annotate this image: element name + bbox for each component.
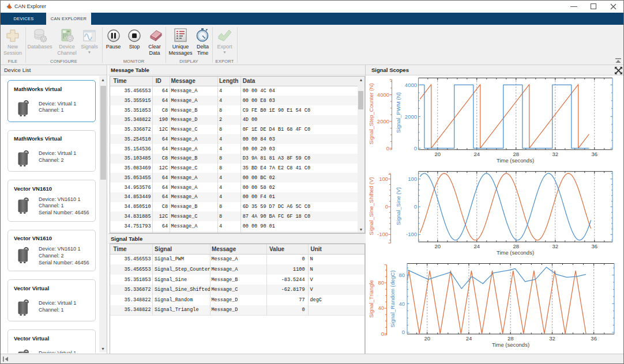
svg-text:24: 24 bbox=[474, 243, 480, 249]
svg-text:32: 32 bbox=[549, 335, 555, 342]
svg-text:Time (seconds): Time (seconds) bbox=[492, 342, 529, 348]
svg-text:40: 40 bbox=[378, 305, 384, 311]
svg-text:-100: -100 bbox=[406, 231, 417, 237]
svg-text:0: 0 bbox=[381, 331, 384, 337]
svg-text:0: 0 bbox=[414, 145, 417, 151]
svg-text:36: 36 bbox=[592, 243, 598, 249]
svg-text:20: 20 bbox=[435, 243, 441, 249]
svg-text:2000: 2000 bbox=[405, 113, 417, 120]
svg-text:-100: -100 bbox=[377, 231, 388, 237]
svg-text:80: 80 bbox=[399, 272, 405, 278]
svg-text:4000: 4000 bbox=[377, 92, 389, 98]
svg-text:28: 28 bbox=[508, 335, 514, 342]
svg-text:24: 24 bbox=[466, 335, 472, 342]
svg-text:0: 0 bbox=[385, 203, 388, 210]
svg-text:Time (seconds): Time (seconds) bbox=[497, 249, 534, 256]
svg-text:Signal_Sine_Shifted (V): Signal_Sine_Shifted (V) bbox=[368, 177, 374, 236]
svg-text:28: 28 bbox=[513, 243, 520, 249]
svg-text:0: 0 bbox=[402, 329, 405, 335]
svg-text:100: 100 bbox=[408, 176, 417, 182]
svg-text:40: 40 bbox=[399, 301, 405, 307]
svg-text:100: 100 bbox=[379, 176, 388, 182]
svg-text:Time (seconds): Time (seconds) bbox=[497, 157, 534, 164]
svg-text:Signal_Triangle: Signal_Triangle bbox=[368, 280, 374, 318]
svg-text:Signal_Sine (V): Signal_Sine (V) bbox=[395, 187, 401, 225]
svg-text:32: 32 bbox=[552, 151, 559, 157]
svg-text:28: 28 bbox=[513, 151, 520, 157]
svg-text:4000: 4000 bbox=[405, 82, 417, 88]
svg-text:Signal_Step_Counter (N): Signal_Step_Counter (N) bbox=[368, 84, 374, 145]
svg-text:0: 0 bbox=[386, 145, 389, 151]
svg-text:32: 32 bbox=[552, 243, 559, 249]
svg-text:36: 36 bbox=[591, 335, 597, 342]
svg-text:36: 36 bbox=[592, 151, 598, 157]
svg-text:Signal_Random (degC): Signal_Random (degC) bbox=[389, 270, 396, 327]
svg-text:Signal_PWM (N): Signal_PWM (N) bbox=[395, 92, 401, 133]
svg-text:80: 80 bbox=[378, 279, 384, 286]
svg-text:24: 24 bbox=[474, 151, 480, 157]
svg-text:20: 20 bbox=[424, 335, 430, 342]
svg-text:0: 0 bbox=[414, 203, 417, 210]
svg-text:2000: 2000 bbox=[377, 118, 389, 124]
svg-text:20: 20 bbox=[435, 151, 441, 157]
